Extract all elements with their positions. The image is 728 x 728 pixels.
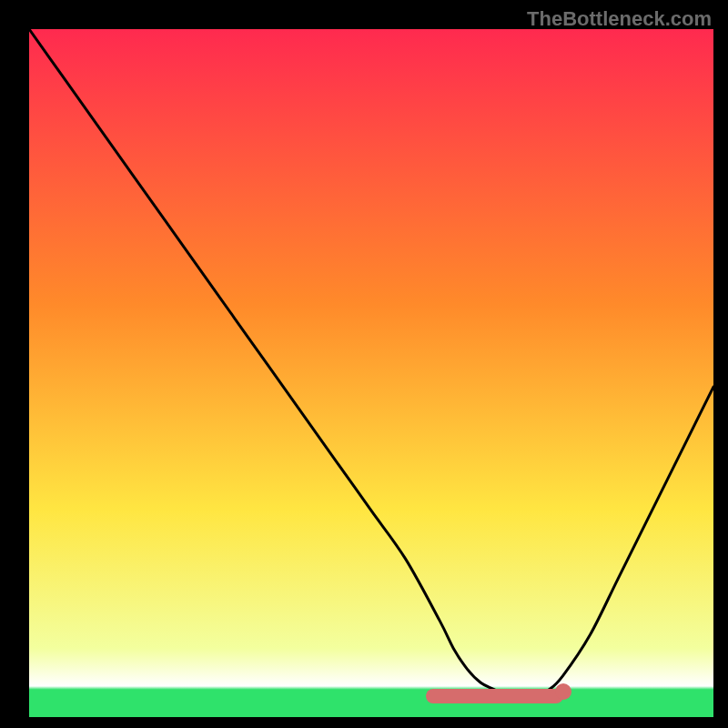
plot-area [29,29,713,717]
watermark-label: TheBottleneck.com [527,7,712,31]
bottleneck-curve [29,29,713,717]
optimal-trough-end-dot [555,683,571,700]
chart-frame: TheBottleneck.com [0,0,728,728]
bottleneck-curve-path [29,29,713,697]
optimal-trough-band [426,689,562,703]
